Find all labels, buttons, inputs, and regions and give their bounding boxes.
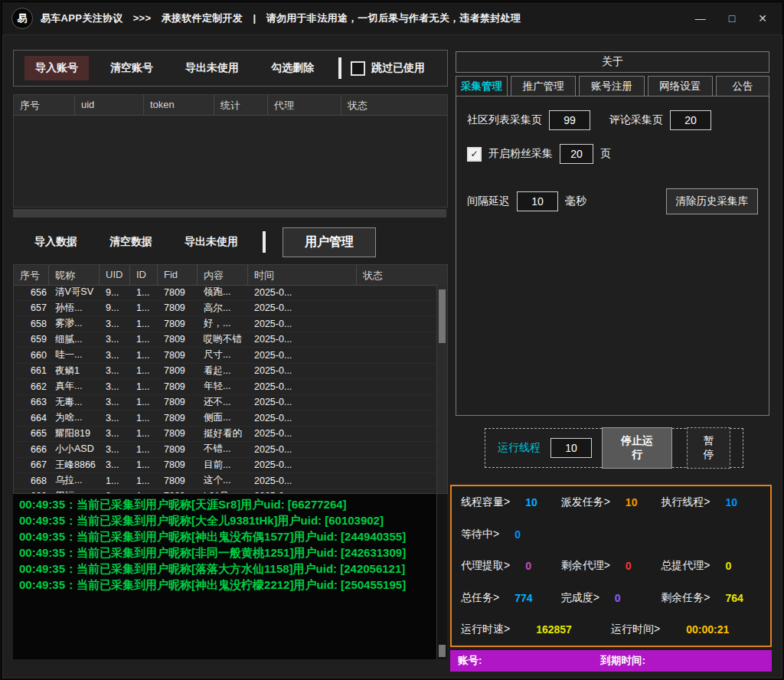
column-header: ID — [130, 265, 158, 285]
column-header: 时间 — [248, 265, 357, 285]
table-row[interactable]: 661 夜鳞1 3... 1... 7809 看起... 2025-0... — [14, 364, 437, 380]
clear-accounts-button[interactable]: 清空账号 — [100, 56, 164, 80]
stat-proxy-remain: 剩余代理> 0 — [561, 559, 662, 573]
stat-label: 等待中> — [461, 528, 499, 541]
tab-collect-manage[interactable]: 采集管理 — [456, 76, 508, 96]
stat-value: 10 — [726, 496, 738, 508]
cell-time: 2025-0... — [248, 459, 357, 470]
delete-checked-button[interactable]: 勾选删除 — [260, 56, 325, 80]
tab-bar: 采集管理 推广管理 账号注册 网络设置 公告 — [456, 76, 769, 96]
stat-label: 总任务> — [461, 591, 499, 605]
skip-used-checkbox[interactable]: 跳过已使用 — [351, 61, 425, 76]
export-unused-data-button[interactable]: 导出未使用 — [174, 230, 249, 254]
import-data-button[interactable]: 导入数据 — [24, 230, 88, 254]
tab-notice[interactable]: 公告 — [716, 76, 769, 96]
cell-fid: 7809 — [158, 350, 198, 361]
log-scrollbar[interactable] — [436, 494, 447, 659]
cell-fid: 7809 — [158, 413, 198, 423]
scrollbar-thumb[interactable] — [439, 645, 446, 657]
table-row[interactable]: 659 细腻... 3... 1... 7809 哎哟不错 2025-0... — [14, 332, 437, 348]
comment-pages-input[interactable] — [670, 110, 711, 130]
stats-row: 等待中> 0 — [461, 528, 761, 541]
checkbox-unchecked-icon[interactable] — [351, 61, 365, 76]
clear-data-button[interactable]: 清空数据 — [99, 230, 163, 254]
table-row[interactable]: 663 无毒... 3... 1... 7809 还不... 2025-0... — [14, 395, 437, 411]
cell-fid: 7809 — [158, 428, 198, 439]
table-row[interactable]: 665 耀阳819 3... 1... 7809 挺好看的 2025-0... — [14, 427, 437, 443]
stat-remain-tasks: 剩余任务> 764 — [661, 591, 761, 605]
window-controls: — □ ✕ — [695, 13, 773, 24]
stop-button[interactable]: 停止运行 — [602, 427, 672, 469]
community-pages-input[interactable] — [549, 110, 590, 130]
cell-time: 2025-0... — [248, 319, 357, 329]
threads-label: 运行线程 — [498, 441, 541, 455]
cell-time: 2025-0... — [248, 365, 357, 376]
stat-proxy-extract: 代理提取> 0 — [461, 559, 561, 573]
stat-value: 774 — [514, 592, 532, 604]
accounts-table-hscrollbar[interactable] — [13, 209, 446, 217]
tab-account-register[interactable]: 账号注册 — [579, 76, 644, 96]
cell-content: 这个... — [198, 474, 248, 487]
cell-no: 663 — [14, 397, 49, 407]
stat-exec-threads: 执行线程> 10 — [661, 495, 761, 509]
log-line: 00:49:35：当前已采集到用户昵称[非同一般黄桃1251]用户uid: [2… — [19, 544, 440, 561]
export-unused-accounts-button[interactable]: 导出未使用 — [175, 56, 250, 80]
table-row[interactable]: 660 哇一... 3... 1... 7809 尺寸... 2025-0... — [14, 348, 437, 364]
delay-row: 间隔延迟 毫秒 清除历史采集库 — [467, 188, 758, 214]
cell-time: 2025-0... — [248, 397, 357, 407]
cell-id: 1... — [130, 459, 158, 470]
table-row[interactable]: 667 王峰8866 3... 1... 7809 目前... 2025-0..… — [14, 458, 437, 474]
table-row[interactable]: 658 雾渺... 3... 1... 7809 好，... 2025-0... — [14, 316, 437, 332]
import-accounts-button[interactable]: 导入账号 — [24, 56, 89, 80]
cell-uid: 3... — [100, 459, 130, 470]
log-line: 00:49:35：当前已采集到用户昵称[神出鬼没柠檬2212]用户uid: [2… — [19, 577, 440, 593]
tab-network-settings[interactable]: 网络设置 — [648, 76, 713, 96]
stat-completion: 完成度> 0 — [561, 591, 662, 605]
fans-collect-label: 开启粉丝采集 — [488, 147, 553, 161]
user-manage-button[interactable]: 用户管理 — [283, 227, 376, 257]
table-row[interactable]: 664 为啥... 3... 1... 7809 侧面... 2025-0... — [14, 410, 437, 427]
users-table-header: 序号 昵称 UID ID Fid 内容 时间 状态 — [14, 265, 447, 286]
stat-value: 00:00:21 — [686, 623, 729, 636]
cell-uid: 9... — [100, 302, 130, 313]
table-row[interactable]: 662 真年... 3... 1... 7809 年轻... 2025-0... — [14, 379, 437, 395]
cell-fid: 7809 — [158, 459, 198, 470]
table-row[interactable]: 669 周福... 9... 1... 7809 b01号 2025-0... — [14, 489, 437, 494]
minimize-icon[interactable]: — — [695, 13, 706, 24]
table-row[interactable]: 657 孙悟... 9... 1... 7809 高尔... 2025-0... — [14, 301, 437, 317]
cell-no: 657 — [14, 302, 49, 313]
stats-row: 总任务> 774 完成度> 0 剩余任务> 764 — [461, 591, 761, 605]
account-toolbar: 导入账号 清空账号 导出未使用 勾选删除 跳过已使用 — [13, 50, 448, 87]
tab-promote-manage[interactable]: 推广管理 — [511, 76, 576, 96]
fans-pages-input[interactable] — [560, 144, 593, 164]
table-row[interactable]: 656 清V哥SV 9... 1... 7809 领跑... 2025-0... — [14, 285, 437, 301]
cell-no: 656 — [14, 287, 49, 298]
column-header: token — [144, 95, 214, 115]
users-table-body: 656 清V哥SV 9... 1... 7809 领跑... 2025-0...… — [14, 285, 437, 493]
stat-run-speed: 运行时速> 162857 — [461, 623, 611, 636]
cell-time: 2025-0... — [248, 444, 357, 455]
checkbox-checked-icon[interactable]: ✓ — [467, 147, 482, 162]
clear-history-button[interactable]: 清除历史采集库 — [666, 188, 759, 214]
users-table-scrollbar[interactable] — [436, 285, 447, 493]
pages-row: 社区列表采集页 评论采集页 — [467, 110, 758, 130]
cell-nick: 王峰8866 — [49, 459, 100, 472]
about-header: 关于 — [456, 51, 769, 73]
app-window: 易 易车APP关注协议 >>> 承接软件定制开发 | 请勿用于非法用途，一切后果… — [2, 2, 783, 679]
delay-input[interactable] — [517, 191, 558, 211]
scrollbar-thumb[interactable] — [439, 289, 446, 343]
cell-time: 2025-0... — [248, 428, 357, 439]
cell-uid: 1... — [100, 476, 130, 486]
cell-id: 1... — [130, 302, 158, 313]
delay-unit-label: 毫秒 — [565, 195, 586, 208]
table-row[interactable]: 666 小小ASD 3... 1... 7809 不错... 2025-0... — [14, 442, 437, 458]
cell-nick: 耀阳819 — [49, 427, 100, 440]
pause-button[interactable]: 暂停 — [687, 427, 730, 469]
threads-input[interactable] — [550, 438, 592, 458]
maximize-icon[interactable]: □ — [729, 13, 735, 24]
cell-fid: 7809 — [158, 397, 198, 407]
close-icon[interactable]: ✕ — [758, 13, 767, 24]
cell-no: 664 — [14, 413, 49, 423]
table-row[interactable]: 668 乌拉... 1... 1... 7809 这个... 2025-0... — [14, 473, 437, 489]
column-header: UID — [100, 265, 130, 285]
